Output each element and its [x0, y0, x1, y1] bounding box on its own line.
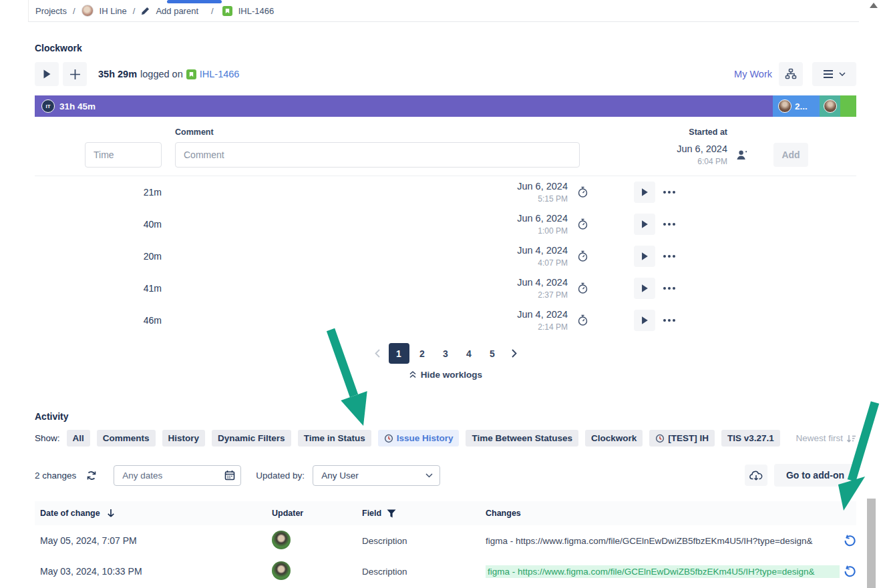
hide-worklogs-button[interactable]: Hide worklogs	[35, 370, 856, 380]
scrollbar-thumb[interactable]	[867, 499, 876, 588]
breadcrumb-issue[interactable]: IHL-1466	[238, 6, 274, 16]
page-button-2[interactable]: 2	[412, 343, 433, 364]
worklog-duration: 20m	[85, 251, 162, 262]
refresh-button[interactable]	[85, 469, 98, 482]
sort-control[interactable]: Newest first	[796, 433, 856, 443]
hide-worklogs-label: Hide worklogs	[421, 370, 482, 380]
filter-label: Issue History	[397, 433, 454, 443]
started-at-value[interactable]: Jun 6, 2024 6:04 PM	[580, 143, 727, 167]
more-icon[interactable]	[661, 188, 678, 196]
header-date-of-change[interactable]: Date of change	[40, 509, 100, 518]
breadcrumb-project[interactable]: IH Line	[100, 6, 127, 16]
updated-by-select[interactable]: Any User	[313, 465, 440, 486]
clockwork-title: Clockwork	[35, 43, 856, 53]
progress-segment-blue[interactable]: 2...	[773, 95, 820, 117]
scrollbar-up-arrow[interactable]	[870, 3, 878, 8]
more-icon[interactable]	[661, 284, 678, 292]
more-icon[interactable]	[661, 316, 678, 324]
more-icon[interactable]	[661, 252, 678, 260]
start-timer-button[interactable]	[35, 62, 59, 86]
time-input[interactable]	[85, 142, 162, 168]
clockwork-menu-button[interactable]	[812, 62, 856, 86]
logged-summary: 35h 29m logged on IHL-1466	[98, 69, 239, 79]
assign-user-button[interactable]	[736, 150, 749, 161]
filter-comments[interactable]: Comments	[97, 430, 156, 447]
filter-time-between-statuses[interactable]: Time Between Statuses	[466, 430, 578, 447]
avatar: IT	[41, 99, 55, 113]
stopwatch-icon	[577, 314, 588, 326]
change-field: Description	[362, 567, 486, 577]
comment-input[interactable]	[175, 142, 580, 168]
issue-history-table: Date of change Updater Field Changes Ma	[35, 501, 856, 587]
change-value: figma - https://www.figma.com/file/GCEln…	[486, 536, 840, 546]
activity-title: Activity	[35, 411, 856, 422]
page-button-5[interactable]: 5	[482, 343, 503, 364]
filter-test-ih[interactable]: [TEST] IH	[649, 430, 715, 447]
pencil-icon	[141, 7, 150, 15]
progress-segment-green[interactable]	[840, 95, 856, 117]
change-value-highlighted: figma - https://www.figma.com/file/GCEln…	[486, 565, 840, 578]
main-content: Clockwork 35h 29m logged on IHL-1466	[35, 23, 856, 587]
page-button-1[interactable]: 1	[389, 343, 409, 364]
filter-all[interactable]: All	[67, 430, 90, 447]
history-controls: 2 changes Updated by: Any User	[35, 464, 856, 487]
issue-link[interactable]: IHL-1466	[200, 69, 240, 79]
resume-worklog-button[interactable]	[634, 310, 655, 331]
worklog-time: 1:00 PM	[420, 226, 568, 236]
filter-tis-version[interactable]: TIS v3.27.1	[721, 430, 780, 447]
resume-worklog-button[interactable]	[634, 182, 655, 203]
prev-page-button[interactable]	[369, 345, 386, 362]
sort-down-icon[interactable]	[107, 509, 115, 518]
comment-column-header: Comment	[175, 127, 580, 137]
worklog-duration: 41m	[85, 283, 162, 294]
issue-type-icon	[186, 69, 196, 79]
progress-segment-main[interactable]: IT 31h 45m	[35, 95, 773, 117]
progress-segment-teal[interactable]	[820, 95, 840, 117]
worklog-duration: 21m	[85, 187, 162, 198]
page-button-3[interactable]: 3	[435, 343, 456, 364]
worklog-time: 4:07 PM	[420, 258, 568, 268]
restore-icon[interactable]	[844, 565, 856, 578]
go-to-addon-button[interactable]: Go to add-on	[774, 464, 856, 487]
next-page-button[interactable]	[506, 345, 523, 362]
calendar-icon[interactable]	[224, 470, 235, 481]
change-date: May 05, 2024, 7:07 PM	[35, 535, 272, 546]
filter-clockwork[interactable]: Clockwork	[585, 430, 643, 447]
progress-main-duration: 31h 45m	[59, 101, 96, 111]
export-button[interactable]	[745, 465, 767, 486]
issue-type-icon	[222, 6, 232, 16]
worklog-date: Jun 6, 2024	[420, 180, 568, 194]
worklog-row: 46m Jun 4, 2024 2:14 PM	[35, 304, 856, 336]
filter-issue-history[interactable]: Issue History	[378, 430, 460, 447]
add-worklog-button[interactable]	[63, 62, 87, 86]
filter-dynamic-filters[interactable]: Dynamic Filters	[212, 430, 291, 447]
hierarchy-view-button[interactable]	[779, 62, 803, 86]
worklog-date: Jun 4, 2024	[420, 308, 568, 322]
hamburger-icon	[823, 70, 834, 78]
play-icon	[41, 69, 52, 79]
breadcrumb-separator: /	[211, 6, 214, 16]
my-work-link[interactable]: My Work	[734, 69, 772, 79]
worklog-pagination: 1 2 3 4 5	[35, 343, 856, 364]
dates-filter[interactable]	[114, 465, 241, 486]
project-avatar	[81, 5, 94, 17]
resume-worklog-button[interactable]	[634, 278, 655, 299]
started-time: 6:04 PM	[580, 156, 727, 167]
worklog-progress-bar: IT 31h 45m 2...	[35, 95, 856, 117]
stopwatch-icon	[577, 218, 588, 230]
filter-funnel-icon[interactable]	[387, 509, 396, 518]
restore-icon[interactable]	[844, 535, 856, 547]
worklog-date: Jun 4, 2024	[420, 276, 568, 290]
resume-worklog-button[interactable]	[634, 246, 655, 267]
worklog-form-header: Comment Started at	[35, 127, 856, 137]
filter-time-in-status[interactable]: Time in Status	[298, 430, 371, 447]
more-icon[interactable]	[661, 220, 678, 228]
page-button-4[interactable]: 4	[459, 343, 480, 364]
breadcrumb-add-parent[interactable]: Add parent	[156, 6, 198, 16]
breadcrumb-projects[interactable]: Projects	[35, 6, 67, 16]
filter-history[interactable]: History	[162, 430, 206, 447]
resume-worklog-button[interactable]	[634, 214, 655, 235]
add-button[interactable]: Add	[773, 143, 808, 167]
play-icon	[640, 220, 649, 229]
dates-filter-input[interactable]	[122, 471, 202, 481]
